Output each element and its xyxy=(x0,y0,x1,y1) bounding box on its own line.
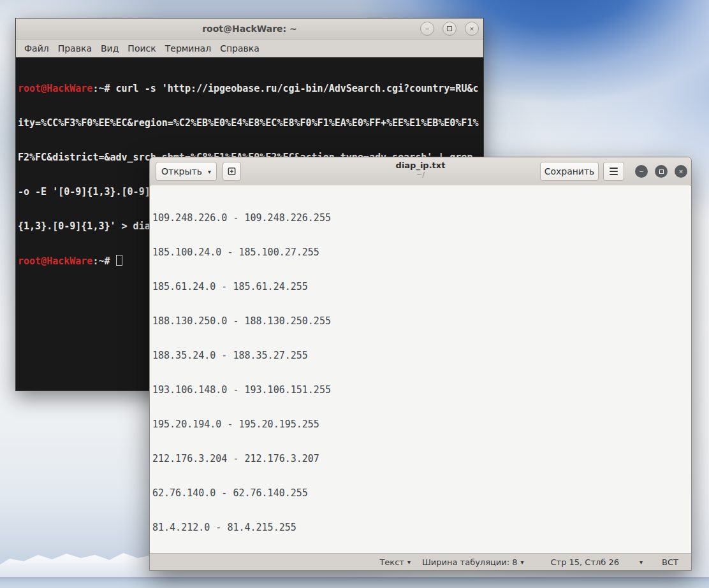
text-line: 188.35.24.0 - 188.35.27.255 xyxy=(152,350,691,361)
new-document-icon xyxy=(227,166,237,176)
text-line: 185.61.24.0 - 185.61.24.255 xyxy=(152,281,691,292)
goto-line-chevron-icon[interactable]: ▾ xyxy=(640,559,643,566)
terminal-titlebar[interactable]: root@HackWare: ~ − × xyxy=(16,18,483,39)
menu-edit[interactable]: Правка xyxy=(54,41,96,55)
water-image xyxy=(0,577,709,588)
close-icon: × xyxy=(470,25,474,32)
editor-title-block: diap_ip.txt ~/ xyxy=(396,161,446,179)
command-text: curl -s 'http://ipgeobase.ru/cgi-bin/Adv… xyxy=(116,83,479,94)
document-title: diap_ip.txt xyxy=(396,161,446,171)
minimize-icon: − xyxy=(425,25,429,32)
document-path: ~/ xyxy=(396,171,446,179)
text-line: 188.130.250.0 - 188.130.250.255 xyxy=(152,315,691,327)
prompt-suffix: :~# xyxy=(92,255,115,267)
prompt-user: root@HackWare xyxy=(18,83,92,94)
chevron-down-icon: ▾ xyxy=(407,559,411,566)
prompt-suffix: :~# xyxy=(92,83,115,94)
maximize-icon xyxy=(447,26,452,31)
menu-view[interactable]: Вид xyxy=(96,41,123,55)
prompt-user: root@HackWare xyxy=(18,255,92,267)
maximize-icon xyxy=(659,169,664,174)
hamburger-icon xyxy=(610,168,618,169)
terminal-maximize-button[interactable] xyxy=(442,22,457,36)
cursor-position-button[interactable]: Стр 15, Стлб 26 xyxy=(551,557,620,567)
minimize-icon: − xyxy=(640,168,643,175)
editor-minimize-button[interactable]: − xyxy=(635,165,648,178)
terminal-line: root@HackWare:~# curl -s 'http://ipgeoba… xyxy=(18,83,482,94)
terminal-cursor xyxy=(116,255,122,266)
editor-headerbar[interactable]: Открыть ▾ diap_ip.txt ~/ Сохранить − xyxy=(150,157,691,186)
open-button-label: Открыть xyxy=(161,166,202,176)
chevron-down-icon: ▾ xyxy=(208,168,211,175)
terminal-line: ity=%CC%F3%F0%EE%EC&region=%C2%EB%E0%E4%… xyxy=(18,117,482,129)
text-editor-area[interactable]: 109.248.226.0 - 109.248.226.255 185.100.… xyxy=(150,185,691,554)
editor-statusbar: Текст▾ Ширина табуляции: 8▾ Стр 15, Стлб… xyxy=(150,553,691,570)
text-line: 193.106.148.0 - 193.106.151.255 xyxy=(152,384,691,396)
chevron-down-icon: ▾ xyxy=(521,559,524,566)
menu-file[interactable]: Файл xyxy=(20,41,54,55)
insert-mode-indicator: ВСТ xyxy=(662,557,678,567)
text-line: 109.248.226.0 - 109.248.226.255 xyxy=(152,212,691,224)
menu-search[interactable]: Поиск xyxy=(123,41,160,55)
text-line: 81.4.212.0 - 81.4.215.255 xyxy=(152,522,691,533)
text-line: 212.176.3.204 - 212.176.3.207 xyxy=(152,453,691,464)
terminal-minimize-button[interactable]: − xyxy=(420,22,434,36)
terminal-close-button[interactable]: × xyxy=(465,22,479,36)
terminal-menubar: Файл Правка Вид Поиск Терминал Справка xyxy=(16,39,483,57)
save-button[interactable]: Сохранить xyxy=(540,162,599,181)
open-button[interactable]: Открыть ▾ xyxy=(156,162,217,181)
close-icon: × xyxy=(679,168,683,175)
tab-width-dropdown[interactable]: Ширина табуляции: 8▾ xyxy=(422,557,524,567)
editor-close-button[interactable]: × xyxy=(675,165,687,178)
terminal-window-controls: − × xyxy=(420,22,479,36)
editor-window-controls: − × xyxy=(635,165,687,178)
text-line: 195.20.194.0 - 195.20.195.255 xyxy=(152,419,691,430)
text-line: 62.76.140.0 - 62.76.140.255 xyxy=(152,487,691,499)
menu-terminal[interactable]: Терминал xyxy=(161,41,216,55)
language-mode-dropdown[interactable]: Текст▾ xyxy=(379,557,411,567)
editor-maximize-button[interactable] xyxy=(655,165,668,178)
save-button-label: Сохранить xyxy=(545,166,595,176)
new-document-button[interactable] xyxy=(223,162,241,181)
hamburger-menu-button[interactable] xyxy=(603,162,624,181)
menu-help[interactable]: Справка xyxy=(216,41,264,55)
editor-header-right: Сохранить − × xyxy=(540,162,687,181)
editor-window: Открыть ▾ diap_ip.txt ~/ Сохранить − xyxy=(149,157,692,571)
terminal-title: root@HackWare: ~ xyxy=(202,24,297,34)
text-line: 185.100.24.0 - 185.100.27.255 xyxy=(152,247,691,258)
